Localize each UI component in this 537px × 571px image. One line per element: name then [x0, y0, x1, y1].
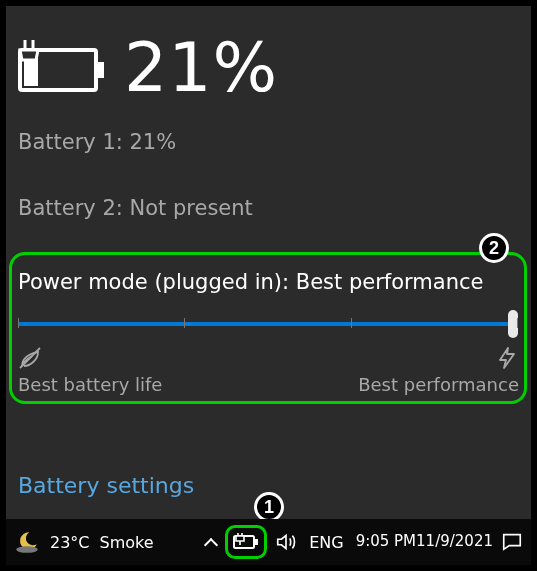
- weather-moon-icon: [14, 529, 40, 555]
- clock-date: 11/9/2021: [416, 533, 493, 550]
- battery-2-status: Battery 2: Not present: [18, 196, 253, 220]
- lightning-icon: [495, 346, 519, 370]
- power-mode-slider[interactable]: [18, 314, 518, 334]
- weather-widget[interactable]: 23°C Smoke: [14, 529, 154, 555]
- battery-header: 21%: [16, 28, 278, 107]
- tray-overflow-chevron[interactable]: [203, 535, 217, 549]
- svg-point-4: [16, 546, 38, 553]
- svg-rect-6: [255, 539, 258, 545]
- tray-language[interactable]: ENG: [309, 533, 343, 552]
- tray-battery-button[interactable]: [225, 525, 267, 559]
- clock-time: 9:05 PM: [356, 533, 416, 550]
- volume-icon: [275, 531, 297, 553]
- leaf-icon: [18, 346, 42, 370]
- battery-large-icon: [16, 40, 108, 96]
- power-mode-left-caption: Best battery life: [18, 374, 162, 395]
- notifications-icon: [501, 531, 523, 553]
- svg-rect-1: [98, 62, 104, 78]
- power-mode-right-caption: Best performance: [358, 374, 519, 395]
- battery-flyout: 21% Battery 1: 21% Battery 2: Not presen…: [6, 6, 531, 526]
- battery-settings-link[interactable]: Battery settings: [18, 473, 194, 498]
- power-mode-panel: Power mode (plugged in): Best performanc…: [16, 256, 521, 406]
- tray-clock[interactable]: 9:05 PM 11/9/2021: [356, 533, 493, 550]
- taskbar: 23°C Smoke ENG 9:05 PM 11/9/2021: [6, 519, 531, 565]
- battery-tray-icon: [233, 533, 259, 551]
- chevron-up-icon: [203, 535, 217, 549]
- battery-1-status: Battery 1: 21%: [18, 130, 176, 154]
- tray-volume-button[interactable]: [275, 531, 297, 553]
- battery-percent: 21%: [124, 28, 278, 107]
- power-mode-label: Power mode (plugged in): Best performanc…: [18, 270, 483, 294]
- weather-condition: Smoke: [100, 533, 154, 552]
- tray-notifications-button[interactable]: [501, 531, 523, 553]
- weather-temp: 23°C: [50, 533, 90, 552]
